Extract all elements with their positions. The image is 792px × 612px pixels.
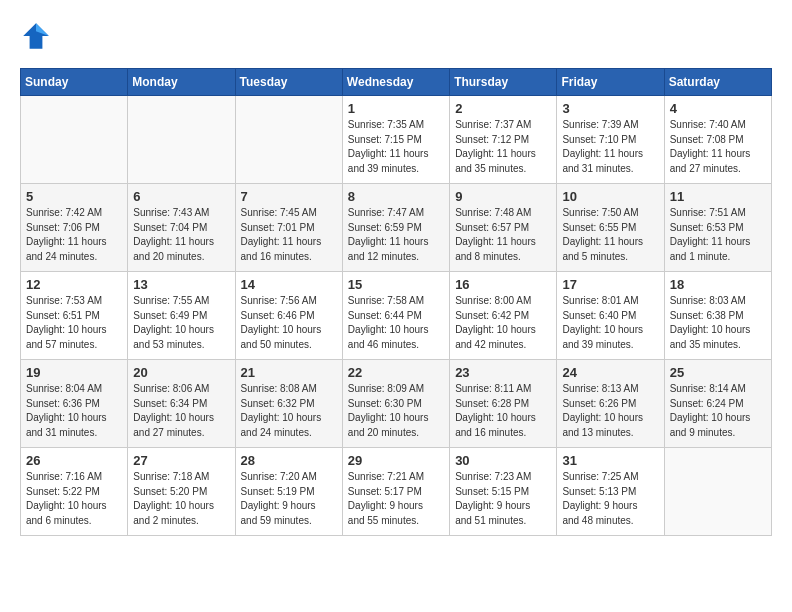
day-info: Sunrise: 7:37 AM Sunset: 7:12 PM Dayligh…	[455, 118, 551, 176]
day-number: 1	[348, 101, 444, 116]
calendar-cell: 28Sunrise: 7:20 AM Sunset: 5:19 PM Dayli…	[235, 448, 342, 536]
day-info: Sunrise: 7:39 AM Sunset: 7:10 PM Dayligh…	[562, 118, 658, 176]
day-number: 9	[455, 189, 551, 204]
column-header-tuesday: Tuesday	[235, 69, 342, 96]
day-info: Sunrise: 7:56 AM Sunset: 6:46 PM Dayligh…	[241, 294, 337, 352]
calendar-cell: 31Sunrise: 7:25 AM Sunset: 5:13 PM Dayli…	[557, 448, 664, 536]
calendar-cell: 27Sunrise: 7:18 AM Sunset: 5:20 PM Dayli…	[128, 448, 235, 536]
column-header-saturday: Saturday	[664, 69, 771, 96]
calendar-cell: 26Sunrise: 7:16 AM Sunset: 5:22 PM Dayli…	[21, 448, 128, 536]
day-info: Sunrise: 7:25 AM Sunset: 5:13 PM Dayligh…	[562, 470, 658, 528]
day-info: Sunrise: 7:47 AM Sunset: 6:59 PM Dayligh…	[348, 206, 444, 264]
day-number: 12	[26, 277, 122, 292]
calendar-header-row: SundayMondayTuesdayWednesdayThursdayFrid…	[21, 69, 772, 96]
column-header-wednesday: Wednesday	[342, 69, 449, 96]
day-number: 22	[348, 365, 444, 380]
day-number: 15	[348, 277, 444, 292]
calendar-week-row: 26Sunrise: 7:16 AM Sunset: 5:22 PM Dayli…	[21, 448, 772, 536]
calendar-cell: 4Sunrise: 7:40 AM Sunset: 7:08 PM Daylig…	[664, 96, 771, 184]
calendar-cell: 17Sunrise: 8:01 AM Sunset: 6:40 PM Dayli…	[557, 272, 664, 360]
day-info: Sunrise: 7:42 AM Sunset: 7:06 PM Dayligh…	[26, 206, 122, 264]
day-number: 20	[133, 365, 229, 380]
day-info: Sunrise: 7:45 AM Sunset: 7:01 PM Dayligh…	[241, 206, 337, 264]
calendar-cell: 30Sunrise: 7:23 AM Sunset: 5:15 PM Dayli…	[450, 448, 557, 536]
calendar-cell: 8Sunrise: 7:47 AM Sunset: 6:59 PM Daylig…	[342, 184, 449, 272]
day-info: Sunrise: 8:01 AM Sunset: 6:40 PM Dayligh…	[562, 294, 658, 352]
day-number: 30	[455, 453, 551, 468]
page-header	[20, 20, 772, 52]
day-number: 13	[133, 277, 229, 292]
day-number: 16	[455, 277, 551, 292]
day-info: Sunrise: 7:58 AM Sunset: 6:44 PM Dayligh…	[348, 294, 444, 352]
calendar-cell: 20Sunrise: 8:06 AM Sunset: 6:34 PM Dayli…	[128, 360, 235, 448]
day-number: 29	[348, 453, 444, 468]
calendar-cell: 11Sunrise: 7:51 AM Sunset: 6:53 PM Dayli…	[664, 184, 771, 272]
calendar-cell: 19Sunrise: 8:04 AM Sunset: 6:36 PM Dayli…	[21, 360, 128, 448]
day-number: 8	[348, 189, 444, 204]
calendar-cell: 3Sunrise: 7:39 AM Sunset: 7:10 PM Daylig…	[557, 96, 664, 184]
calendar-cell: 16Sunrise: 8:00 AM Sunset: 6:42 PM Dayli…	[450, 272, 557, 360]
day-info: Sunrise: 8:14 AM Sunset: 6:24 PM Dayligh…	[670, 382, 766, 440]
calendar-cell	[21, 96, 128, 184]
calendar-table: SundayMondayTuesdayWednesdayThursdayFrid…	[20, 68, 772, 536]
calendar-cell: 24Sunrise: 8:13 AM Sunset: 6:26 PM Dayli…	[557, 360, 664, 448]
day-info: Sunrise: 7:18 AM Sunset: 5:20 PM Dayligh…	[133, 470, 229, 528]
calendar-cell	[664, 448, 771, 536]
calendar-cell: 23Sunrise: 8:11 AM Sunset: 6:28 PM Dayli…	[450, 360, 557, 448]
day-info: Sunrise: 7:20 AM Sunset: 5:19 PM Dayligh…	[241, 470, 337, 528]
day-info: Sunrise: 8:03 AM Sunset: 6:38 PM Dayligh…	[670, 294, 766, 352]
day-number: 5	[26, 189, 122, 204]
day-number: 19	[26, 365, 122, 380]
day-info: Sunrise: 7:48 AM Sunset: 6:57 PM Dayligh…	[455, 206, 551, 264]
calendar-cell: 12Sunrise: 7:53 AM Sunset: 6:51 PM Dayli…	[21, 272, 128, 360]
day-number: 6	[133, 189, 229, 204]
day-number: 14	[241, 277, 337, 292]
day-info: Sunrise: 8:00 AM Sunset: 6:42 PM Dayligh…	[455, 294, 551, 352]
day-info: Sunrise: 8:11 AM Sunset: 6:28 PM Dayligh…	[455, 382, 551, 440]
calendar-week-row: 5Sunrise: 7:42 AM Sunset: 7:06 PM Daylig…	[21, 184, 772, 272]
day-info: Sunrise: 7:53 AM Sunset: 6:51 PM Dayligh…	[26, 294, 122, 352]
day-info: Sunrise: 8:06 AM Sunset: 6:34 PM Dayligh…	[133, 382, 229, 440]
day-number: 26	[26, 453, 122, 468]
day-number: 18	[670, 277, 766, 292]
day-info: Sunrise: 7:21 AM Sunset: 5:17 PM Dayligh…	[348, 470, 444, 528]
column-header-sunday: Sunday	[21, 69, 128, 96]
calendar-cell: 13Sunrise: 7:55 AM Sunset: 6:49 PM Dayli…	[128, 272, 235, 360]
day-info: Sunrise: 7:50 AM Sunset: 6:55 PM Dayligh…	[562, 206, 658, 264]
column-header-monday: Monday	[128, 69, 235, 96]
day-info: Sunrise: 8:13 AM Sunset: 6:26 PM Dayligh…	[562, 382, 658, 440]
calendar-cell: 25Sunrise: 8:14 AM Sunset: 6:24 PM Dayli…	[664, 360, 771, 448]
day-number: 17	[562, 277, 658, 292]
calendar-cell: 15Sunrise: 7:58 AM Sunset: 6:44 PM Dayli…	[342, 272, 449, 360]
day-info: Sunrise: 7:51 AM Sunset: 6:53 PM Dayligh…	[670, 206, 766, 264]
column-header-thursday: Thursday	[450, 69, 557, 96]
day-number: 27	[133, 453, 229, 468]
calendar-cell: 18Sunrise: 8:03 AM Sunset: 6:38 PM Dayli…	[664, 272, 771, 360]
calendar-cell: 14Sunrise: 7:56 AM Sunset: 6:46 PM Dayli…	[235, 272, 342, 360]
day-info: Sunrise: 7:16 AM Sunset: 5:22 PM Dayligh…	[26, 470, 122, 528]
logo	[20, 20, 56, 52]
day-info: Sunrise: 7:43 AM Sunset: 7:04 PM Dayligh…	[133, 206, 229, 264]
day-number: 28	[241, 453, 337, 468]
calendar-cell: 29Sunrise: 7:21 AM Sunset: 5:17 PM Dayli…	[342, 448, 449, 536]
column-header-friday: Friday	[557, 69, 664, 96]
calendar-cell: 5Sunrise: 7:42 AM Sunset: 7:06 PM Daylig…	[21, 184, 128, 272]
day-info: Sunrise: 8:09 AM Sunset: 6:30 PM Dayligh…	[348, 382, 444, 440]
calendar-cell: 21Sunrise: 8:08 AM Sunset: 6:32 PM Dayli…	[235, 360, 342, 448]
logo-icon	[20, 20, 52, 52]
calendar-cell: 9Sunrise: 7:48 AM Sunset: 6:57 PM Daylig…	[450, 184, 557, 272]
day-number: 10	[562, 189, 658, 204]
day-number: 3	[562, 101, 658, 116]
calendar-cell: 10Sunrise: 7:50 AM Sunset: 6:55 PM Dayli…	[557, 184, 664, 272]
calendar-week-row: 12Sunrise: 7:53 AM Sunset: 6:51 PM Dayli…	[21, 272, 772, 360]
day-number: 23	[455, 365, 551, 380]
day-number: 4	[670, 101, 766, 116]
day-number: 11	[670, 189, 766, 204]
calendar-cell: 1Sunrise: 7:35 AM Sunset: 7:15 PM Daylig…	[342, 96, 449, 184]
day-number: 7	[241, 189, 337, 204]
calendar-cell: 6Sunrise: 7:43 AM Sunset: 7:04 PM Daylig…	[128, 184, 235, 272]
day-number: 31	[562, 453, 658, 468]
day-number: 21	[241, 365, 337, 380]
day-info: Sunrise: 8:04 AM Sunset: 6:36 PM Dayligh…	[26, 382, 122, 440]
day-info: Sunrise: 7:40 AM Sunset: 7:08 PM Dayligh…	[670, 118, 766, 176]
